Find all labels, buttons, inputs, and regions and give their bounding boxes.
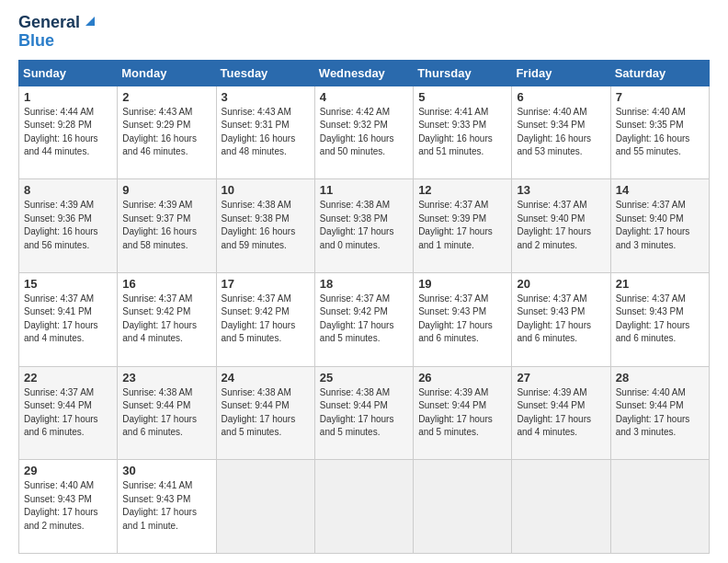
- table-row: 22Sunrise: 4:37 AM Sunset: 9:44 PM Dayli…: [19, 366, 118, 460]
- day-number: 6: [517, 90, 605, 104]
- day-number: 27: [517, 371, 605, 385]
- calendar-header-thursday: Thursday: [414, 60, 512, 86]
- day-info: Sunrise: 4:37 AM Sunset: 9:40 PM Dayligh…: [517, 199, 605, 252]
- day-info: Sunrise: 4:37 AM Sunset: 9:42 PM Dayligh…: [122, 293, 210, 346]
- table-row: [414, 460, 512, 554]
- table-row: 28Sunrise: 4:40 AM Sunset: 9:44 PM Dayli…: [610, 366, 709, 460]
- day-info: Sunrise: 4:39 AM Sunset: 9:44 PM Dayligh…: [418, 386, 506, 440]
- day-number: 24: [222, 371, 310, 385]
- calendar-header-sunday: Sunday: [19, 60, 118, 86]
- day-info: Sunrise: 4:38 AM Sunset: 9:44 PM Dayligh…: [122, 386, 210, 440]
- table-row: 26Sunrise: 4:39 AM Sunset: 9:44 PM Dayli…: [414, 366, 512, 460]
- header: General Blue: [18, 14, 710, 51]
- day-number: 4: [320, 90, 408, 104]
- table-row: 13Sunrise: 4:37 AM Sunset: 9:40 PM Dayli…: [512, 179, 610, 273]
- day-number: 29: [24, 464, 112, 477]
- day-info: Sunrise: 4:44 AM Sunset: 9:28 PM Dayligh…: [24, 106, 112, 159]
- calendar-week-row: 22Sunrise: 4:37 AM Sunset: 9:44 PM Dayli…: [19, 366, 710, 460]
- day-number: 5: [418, 90, 506, 104]
- day-number: 21: [616, 277, 704, 291]
- day-info: Sunrise: 4:40 AM Sunset: 9:34 PM Dayligh…: [517, 106, 605, 159]
- table-row: [610, 460, 709, 554]
- calendar-header-friday: Friday: [512, 60, 610, 86]
- table-row: 30Sunrise: 4:41 AM Sunset: 9:43 PM Dayli…: [118, 460, 216, 554]
- table-row: 25Sunrise: 4:38 AM Sunset: 9:44 PM Dayli…: [314, 366, 413, 460]
- table-row: 7Sunrise: 4:40 AM Sunset: 9:35 PM Daylig…: [610, 86, 709, 179]
- day-number: 9: [122, 183, 210, 197]
- table-row: 14Sunrise: 4:37 AM Sunset: 9:40 PM Dayli…: [610, 179, 709, 273]
- day-number: 26: [418, 371, 506, 385]
- day-number: 1: [24, 90, 112, 104]
- day-info: Sunrise: 4:39 AM Sunset: 9:44 PM Dayligh…: [517, 386, 605, 440]
- svg-marker-0: [85, 17, 95, 26]
- calendar-header-wednesday: Wednesday: [314, 60, 413, 86]
- table-row: [512, 460, 610, 554]
- table-row: 2Sunrise: 4:43 AM Sunset: 9:29 PM Daylig…: [118, 86, 216, 179]
- day-info: Sunrise: 4:37 AM Sunset: 9:43 PM Dayligh…: [517, 293, 605, 346]
- page: General Blue SundayMondayTuesdayWednesda…: [0, 0, 728, 563]
- table-row: 12Sunrise: 4:37 AM Sunset: 9:39 PM Dayli…: [414, 179, 512, 273]
- calendar-week-row: 15Sunrise: 4:37 AM Sunset: 9:41 PM Dayli…: [19, 272, 710, 366]
- calendar-table: SundayMondayTuesdayWednesdayThursdayFrid…: [18, 60, 710, 554]
- day-info: Sunrise: 4:37 AM Sunset: 9:43 PM Dayligh…: [418, 293, 506, 346]
- day-info: Sunrise: 4:37 AM Sunset: 9:40 PM Dayligh…: [616, 199, 704, 252]
- table-row: 24Sunrise: 4:38 AM Sunset: 9:44 PM Dayli…: [216, 366, 314, 460]
- calendar-header-monday: Monday: [118, 60, 216, 86]
- day-number: 18: [320, 277, 408, 291]
- day-info: Sunrise: 4:37 AM Sunset: 9:42 PM Dayligh…: [222, 293, 310, 346]
- day-number: 14: [616, 183, 704, 197]
- day-number: 30: [122, 464, 210, 477]
- day-info: Sunrise: 4:39 AM Sunset: 9:36 PM Dayligh…: [24, 199, 112, 252]
- logo-general: General: [18, 14, 80, 32]
- table-row: 19Sunrise: 4:37 AM Sunset: 9:43 PM Dayli…: [414, 272, 512, 366]
- table-row: 16Sunrise: 4:37 AM Sunset: 9:42 PM Dayli…: [118, 272, 216, 366]
- calendar-week-row: 8Sunrise: 4:39 AM Sunset: 9:36 PM Daylig…: [19, 179, 710, 273]
- day-info: Sunrise: 4:37 AM Sunset: 9:41 PM Dayligh…: [24, 293, 112, 346]
- table-row: [314, 460, 413, 554]
- calendar-header-row: SundayMondayTuesdayWednesdayThursdayFrid…: [19, 60, 710, 86]
- day-number: 11: [320, 183, 408, 197]
- day-info: Sunrise: 4:43 AM Sunset: 9:31 PM Dayligh…: [222, 106, 310, 159]
- day-info: Sunrise: 4:37 AM Sunset: 9:42 PM Dayligh…: [320, 293, 408, 346]
- table-row: 4Sunrise: 4:42 AM Sunset: 9:32 PM Daylig…: [314, 86, 413, 179]
- table-row: 11Sunrise: 4:38 AM Sunset: 9:38 PM Dayli…: [314, 179, 413, 273]
- day-info: Sunrise: 4:40 AM Sunset: 9:35 PM Dayligh…: [616, 106, 704, 159]
- calendar-week-row: 29Sunrise: 4:40 AM Sunset: 9:43 PM Dayli…: [19, 460, 710, 554]
- table-row: 29Sunrise: 4:40 AM Sunset: 9:43 PM Dayli…: [19, 460, 118, 554]
- day-info: Sunrise: 4:41 AM Sunset: 9:33 PM Dayligh…: [418, 106, 506, 159]
- day-info: Sunrise: 4:38 AM Sunset: 9:38 PM Dayligh…: [222, 199, 310, 252]
- day-info: Sunrise: 4:38 AM Sunset: 9:44 PM Dayligh…: [320, 386, 408, 440]
- table-row: 17Sunrise: 4:37 AM Sunset: 9:42 PM Dayli…: [216, 272, 314, 366]
- calendar-header-tuesday: Tuesday: [216, 60, 314, 86]
- calendar-week-row: 1Sunrise: 4:44 AM Sunset: 9:28 PM Daylig…: [19, 86, 710, 179]
- day-info: Sunrise: 4:37 AM Sunset: 9:39 PM Dayligh…: [418, 199, 506, 252]
- day-number: 10: [222, 183, 310, 197]
- day-info: Sunrise: 4:38 AM Sunset: 9:44 PM Dayligh…: [222, 386, 310, 440]
- day-info: Sunrise: 4:39 AM Sunset: 9:37 PM Dayligh…: [122, 199, 210, 252]
- day-number: 15: [24, 277, 112, 291]
- table-row: 6Sunrise: 4:40 AM Sunset: 9:34 PM Daylig…: [512, 86, 610, 179]
- day-info: Sunrise: 4:40 AM Sunset: 9:43 PM Dayligh…: [24, 479, 112, 533]
- day-number: 17: [222, 277, 310, 291]
- table-row: 3Sunrise: 4:43 AM Sunset: 9:31 PM Daylig…: [216, 86, 314, 179]
- table-row: 5Sunrise: 4:41 AM Sunset: 9:33 PM Daylig…: [414, 86, 512, 179]
- day-number: 16: [122, 277, 210, 291]
- table-row: 10Sunrise: 4:38 AM Sunset: 9:38 PM Dayli…: [216, 179, 314, 273]
- day-number: 23: [122, 371, 210, 385]
- day-number: 7: [616, 90, 704, 104]
- day-number: 13: [517, 183, 605, 197]
- day-number: 28: [616, 371, 704, 385]
- day-number: 19: [418, 277, 506, 291]
- table-row: [216, 460, 314, 554]
- day-info: Sunrise: 4:41 AM Sunset: 9:43 PM Dayligh…: [122, 479, 210, 533]
- table-row: 18Sunrise: 4:37 AM Sunset: 9:42 PM Dayli…: [314, 272, 413, 366]
- day-number: 20: [517, 277, 605, 291]
- day-info: Sunrise: 4:43 AM Sunset: 9:29 PM Dayligh…: [122, 106, 210, 159]
- day-info: Sunrise: 4:37 AM Sunset: 9:43 PM Dayligh…: [616, 293, 704, 346]
- table-row: 27Sunrise: 4:39 AM Sunset: 9:44 PM Dayli…: [512, 366, 610, 460]
- table-row: 9Sunrise: 4:39 AM Sunset: 9:37 PM Daylig…: [118, 179, 216, 273]
- logo: General Blue: [18, 14, 98, 51]
- table-row: 23Sunrise: 4:38 AM Sunset: 9:44 PM Dayli…: [118, 366, 216, 460]
- day-number: 2: [122, 90, 210, 104]
- day-info: Sunrise: 4:42 AM Sunset: 9:32 PM Dayligh…: [320, 106, 408, 159]
